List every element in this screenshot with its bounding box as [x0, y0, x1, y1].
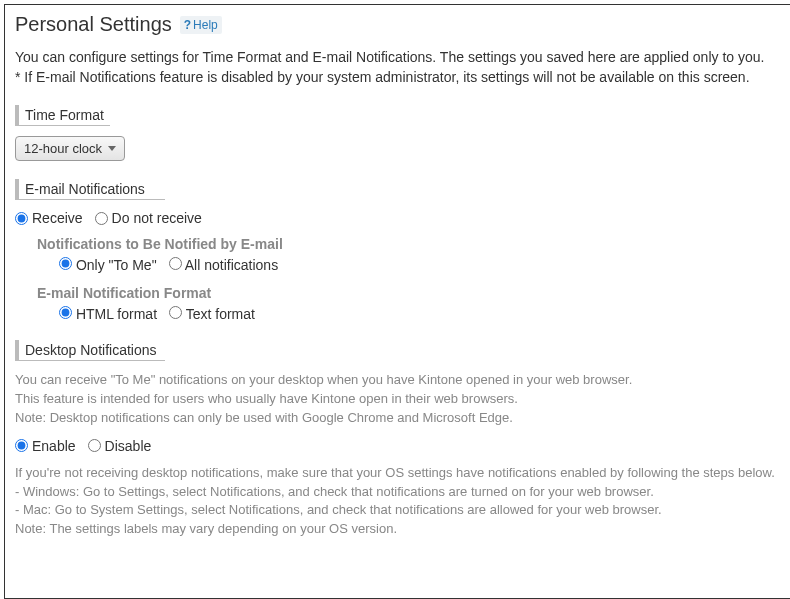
desktop-notifications-heading: Desktop Notifications [15, 340, 165, 361]
desktop-trouble-1: If you're not receiving desktop notifica… [15, 464, 781, 483]
desktop-trouble-4: Note: The settings labels may vary depen… [15, 520, 781, 539]
email-receive-radio[interactable] [15, 212, 28, 225]
desktop-disable-radio[interactable] [88, 439, 101, 452]
all-notifications-option[interactable]: All notifications [169, 257, 279, 273]
text-format-radio[interactable] [169, 306, 182, 319]
time-format-section: Time Format 12-hour clock [15, 105, 781, 161]
email-notifications-heading: E-mail Notifications [15, 179, 165, 200]
desktop-enable-label: Enable [32, 438, 76, 454]
only-to-me-label: Only "To Me" [76, 257, 157, 273]
desktop-enable-option[interactable]: Enable [15, 438, 76, 454]
email-do-not-receive-label: Do not receive [112, 210, 202, 226]
desktop-disable-option[interactable]: Disable [88, 438, 152, 454]
time-format-selected: 12-hour clock [24, 141, 102, 156]
email-receive-option[interactable]: Receive [15, 210, 83, 226]
email-receive-label: Receive [32, 210, 83, 226]
email-do-not-receive-radio[interactable] [95, 212, 108, 225]
all-notifications-radio[interactable] [169, 257, 182, 270]
only-to-me-radio[interactable] [59, 257, 72, 270]
desktop-desc-2: This feature is intended for users who u… [15, 390, 781, 409]
notified-by-group: Only "To Me" All notifications [59, 257, 781, 273]
time-format-dropdown[interactable]: 12-hour clock [15, 136, 125, 161]
email-format-group: HTML format Text format [59, 306, 781, 322]
email-format-block: E-mail Notification Format HTML format T… [37, 285, 781, 322]
html-format-radio[interactable] [59, 306, 72, 319]
desktop-troubleshoot: If you're not receiving desktop notifica… [15, 464, 781, 539]
help-label: Help [193, 18, 218, 32]
page-title: Personal Settings [15, 13, 172, 36]
html-format-label: HTML format [76, 306, 157, 322]
time-format-heading: Time Format [15, 105, 110, 126]
desktop-enable-group: Enable Disable [15, 438, 781, 454]
only-to-me-option[interactable]: Only "To Me" [59, 257, 157, 273]
html-format-option[interactable]: HTML format [59, 306, 157, 322]
chevron-down-icon [108, 146, 116, 151]
desktop-desc: You can receive "To Me" notifications on… [15, 371, 781, 428]
text-format-option[interactable]: Text format [169, 306, 255, 322]
text-format-label: Text format [186, 306, 255, 322]
desktop-trouble-2: - Windows: Go to Settings, select Notifi… [15, 483, 781, 502]
email-notifications-section: E-mail Notifications Receive Do not rece… [15, 179, 781, 322]
desktop-enable-radio[interactable] [15, 439, 28, 452]
intro-line-2: * If E-mail Notifications feature is dis… [15, 68, 781, 88]
intro-line-1: You can configure settings for Time Form… [15, 48, 781, 68]
desktop-trouble-3: - Mac: Go to System Settings, select Not… [15, 501, 781, 520]
all-notifications-label: All notifications [185, 257, 278, 273]
desktop-desc-1: You can receive "To Me" notifications on… [15, 371, 781, 390]
desktop-desc-3: Note: Desktop notifications can only be … [15, 409, 781, 428]
help-icon: ? [184, 18, 191, 32]
help-link[interactable]: ?Help [180, 16, 222, 34]
desktop-notifications-section: Desktop Notifications You can receive "T… [15, 340, 781, 539]
intro-text: You can configure settings for Time Form… [15, 48, 781, 87]
desktop-disable-label: Disable [105, 438, 152, 454]
notified-by-block: Notifications to Be Notified by E-mail O… [37, 236, 781, 273]
settings-panel: Personal Settings ?Help You can configur… [4, 4, 790, 599]
notified-by-title: Notifications to Be Notified by E-mail [37, 236, 781, 252]
email-format-title: E-mail Notification Format [37, 285, 781, 301]
title-row: Personal Settings ?Help [15, 13, 781, 36]
email-do-not-receive-option[interactable]: Do not receive [95, 210, 202, 226]
email-receive-group: Receive Do not receive [15, 210, 781, 226]
